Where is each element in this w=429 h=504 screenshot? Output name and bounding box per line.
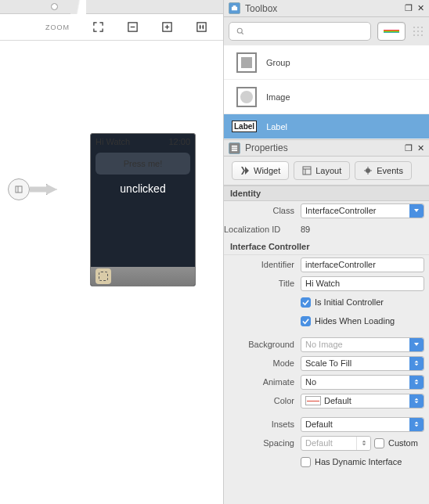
watch-footer [91, 267, 195, 286]
zoom-out-icon[interactable] [126, 21, 139, 34]
zoom-in-icon[interactable] [160, 21, 173, 34]
zoom-fit-icon[interactable] [195, 21, 207, 34]
detach-icon[interactable]: ❐ [405, 3, 413, 13]
svg-point-6 [237, 28, 242, 33]
svg-point-14 [417, 34, 419, 36]
svg-point-9 [421, 27, 423, 28]
section-controller: Interface Controller [224, 239, 429, 255]
animate-combo[interactable]: No [301, 375, 424, 390]
arrow-shape [30, 184, 57, 195]
svg-point-3 [200, 27, 200, 27]
svg-point-13 [413, 34, 415, 36]
toolbox-item-group[interactable]: Group [224, 45, 429, 80]
svg-point-20 [366, 168, 370, 173]
background-combo[interactable]: No Image [301, 337, 424, 352]
color-swatch [305, 396, 321, 405]
svg-point-10 [413, 31, 415, 32]
properties-body: Widget Layout Events Identity Class Inte… [224, 157, 429, 504]
grid-view-icon[interactable] [412, 25, 424, 38]
hides-checkbox[interactable]: Hides When Loading [301, 316, 395, 326]
tab-events[interactable]: Events [355, 161, 412, 180]
watch-preview[interactable]: Hi Watch 12:00 Press me! unclicked [90, 133, 196, 286]
watch-label[interactable]: unclicked [91, 178, 195, 195]
svg-point-7 [413, 27, 415, 28]
locid-value: 89 [301, 225, 424, 234]
svg-point-15 [421, 34, 423, 36]
toolbox-icon [229, 2, 240, 14]
close-icon[interactable]: ✕ [417, 143, 424, 153]
svg-rect-18 [232, 149, 237, 151]
tab-layout[interactable]: Layout [294, 161, 350, 180]
section-identity: Identity [224, 185, 429, 201]
toolbox-list: Group Image Label Label [224, 45, 429, 139]
spacing-input[interactable]: Default [301, 436, 371, 451]
class-combo[interactable]: InterfaceController [301, 203, 424, 218]
toolbox-title: Toolbox [245, 3, 277, 14]
tab-edge [70, 0, 86, 14]
properties-tabs: Widget Layout Events [224, 157, 429, 185]
toolbox-item-label[interactable]: Label Label [224, 114, 429, 139]
image-icon [236, 87, 257, 107]
properties-icon [229, 142, 240, 154]
detach-icon[interactable]: ❐ [405, 143, 413, 153]
watch-home-icon[interactable] [96, 268, 111, 284]
search-input[interactable] [229, 22, 371, 41]
row-class: Class InterfaceController [224, 201, 429, 220]
document-tabstrip [0, 0, 223, 14]
svg-point-8 [417, 27, 419, 28]
svg-point-4 [202, 27, 203, 27]
fullscreen-icon[interactable] [92, 21, 104, 34]
zoom-label: ZOOM [45, 23, 70, 31]
tab-widget[interactable]: Widget [232, 161, 289, 180]
svg-point-12 [421, 31, 423, 32]
svg-point-11 [417, 31, 419, 32]
close-icon[interactable]: ✕ [417, 3, 424, 13]
identifier-input[interactable] [301, 257, 424, 272]
entry-point-arrow[interactable] [8, 178, 57, 200]
canvas-toolbar: ZOOM [0, 14, 223, 41]
row-locid: Localization ID 89 [224, 220, 429, 239]
svg-rect-17 [232, 147, 237, 149]
dynamic-checkbox[interactable]: Has Dynamic Interface [301, 457, 402, 467]
svg-rect-19 [303, 167, 311, 175]
insets-combo[interactable]: Default [301, 417, 424, 432]
design-canvas: ZOOM Hi Watch 12:00 Press me! unclicked [0, 0, 223, 504]
properties-title: Properties [245, 142, 288, 153]
initial-checkbox[interactable]: Is Initial Controller [301, 297, 384, 308]
watch-button[interactable]: Press me! [96, 153, 190, 175]
color-combo[interactable]: Default [301, 394, 424, 409]
toolbox-item-image[interactable]: Image [224, 80, 429, 114]
tab-close-icon[interactable] [51, 3, 58, 10]
spacing-custom-checkbox[interactable]: Custom [374, 438, 418, 448]
toolbox-search-row [224, 17, 429, 45]
title-input[interactable] [301, 276, 424, 291]
entry-point-icon [8, 178, 30, 200]
watch-title: Hi Watch [96, 137, 130, 146]
label-icon: Label [232, 121, 257, 132]
toolbox-header: Toolbox ❐✕ [224, 0, 429, 17]
svg-rect-5 [16, 186, 22, 193]
properties-header: Properties ❐✕ [224, 139, 429, 157]
group-icon [236, 52, 257, 73]
svg-rect-16 [232, 145, 237, 146]
watch-time: 12:00 [168, 137, 190, 146]
svg-rect-2 [196, 23, 205, 31]
mode-combo[interactable]: Scale To Fill [301, 356, 424, 371]
watch-statusbar: Hi Watch 12:00 [91, 134, 195, 149]
library-filter-button[interactable] [377, 22, 406, 41]
